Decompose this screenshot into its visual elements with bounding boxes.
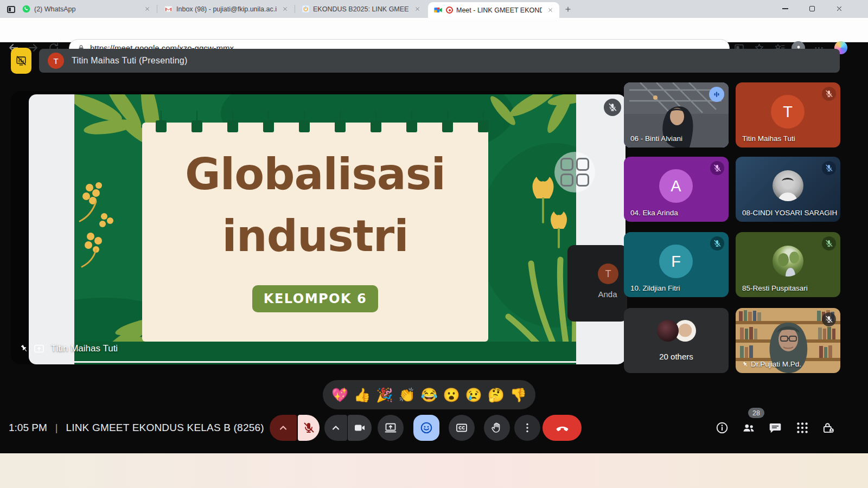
self-view-label: Anda — [588, 290, 627, 299]
host-controls-lock-icon[interactable] — [821, 421, 835, 435]
tab-title: (2) WhatsApp — [34, 5, 139, 13]
reactions-bar: 💖 👍 🎉 👏 😂 😮 😢 🤔 👎 — [323, 380, 535, 409]
window-close-button[interactable] — [831, 2, 847, 15]
browser-tab-strip: (2) WhatsApp Inbox (98) - pujiati@fkip.u… — [0, 0, 868, 18]
activities-grid-icon[interactable] — [795, 421, 809, 435]
participant-name: 06 - Binti Alviani — [630, 134, 682, 143]
presenting-banner: T Titin Maihas Tuti (Presenting) — [39, 49, 840, 73]
new-tab-button[interactable] — [562, 3, 574, 15]
reaction-thumbs-down-button[interactable]: 👎 — [510, 388, 527, 402]
chevron-up-icon — [277, 421, 290, 434]
participant-tile[interactable]: F 10. Zildjian Fitri — [624, 232, 729, 297]
more-vertical-icon — [521, 421, 534, 434]
recording-indicator-icon — [446, 7, 453, 14]
browser-tab-whatsapp[interactable]: (2) WhatsApp — [16, 0, 156, 18]
browser-tab-meet-active[interactable]: Meet - LINK GMEET EKONDU — [428, 2, 559, 18]
self-view-tile[interactable]: T Anda — [567, 245, 627, 322]
presenter-avatar: T — [48, 53, 64, 69]
mic-off-icon — [822, 236, 836, 251]
participant-photo-avatar — [773, 246, 803, 277]
vclass-icon — [302, 5, 310, 13]
participant-tile[interactable]: T Titin Maihas Tuti — [736, 82, 840, 147]
desktop-screen: (2) WhatsApp Inbox (98) - pujiati@fkip.u… — [0, 0, 868, 488]
participant-count-badge: 28 — [748, 408, 764, 418]
tab-separator — [295, 5, 295, 13]
people-panel-icon[interactable] — [742, 421, 756, 435]
raise-hand-button[interactable] — [484, 415, 510, 441]
stop-presentation-button[interactable] — [11, 48, 31, 74]
reaction-clap-button[interactable]: 👏 — [398, 388, 415, 402]
window-minimize-button[interactable] — [777, 2, 793, 15]
mic-off-icon — [822, 87, 836, 101]
presentation-stage-tile[interactable]: Globalisasi industri KELOMPOK 6 Titin Ma… — [11, 91, 627, 364]
slide-title-line1: Globalisasi — [142, 153, 488, 196]
browser-tab-gmail[interactable]: Inbox (98) - pujiati@fkip.unila.ac.i — [158, 0, 294, 18]
participant-tile[interactable]: Dr.Pujiati M.Pd. — [736, 308, 840, 373]
captions-icon — [455, 421, 468, 434]
presenter-name-label: Titin Maihas Tuti — [51, 343, 118, 354]
tab-close-icon[interactable] — [142, 4, 152, 14]
more-options-button[interactable] — [514, 415, 540, 441]
pin-icon — [20, 344, 29, 354]
tab-close-icon[interactable] — [412, 4, 422, 14]
participant-tile[interactable]: 06 - Binti Alviani — [624, 82, 729, 147]
reactions-button[interactable] — [413, 415, 439, 441]
mic-off-icon — [822, 161, 836, 175]
reaction-cry-button[interactable]: 😢 — [465, 388, 482, 402]
presenter-mic-off-icon — [604, 99, 621, 116]
slide-footer-line — [74, 361, 576, 363]
participant-avatar: F — [659, 245, 693, 278]
participant-name: 85-Resti Puspitasari — [742, 284, 808, 292]
reaction-party-button[interactable]: 🎉 — [376, 388, 393, 402]
chat-panel-icon[interactable] — [768, 421, 782, 435]
reaction-heart-button[interactable]: 💖 — [331, 388, 348, 402]
participant-name: 08-CINDI YOSARI SARAGIH — [742, 209, 837, 217]
pin-icon — [742, 361, 749, 368]
camera-button[interactable] — [348, 415, 372, 441]
leave-call-button[interactable] — [542, 415, 582, 441]
presentation-off-icon — [15, 55, 27, 67]
tab-title: Inbox (98) - pujiati@fkip.unila.ac.i — [176, 5, 277, 13]
participant-tile[interactable]: A 04. Eka Arinda — [624, 157, 729, 222]
participant-tile[interactable]: 08-CINDI YOSARI SARAGIH — [736, 157, 840, 222]
participant-avatar: T — [771, 95, 805, 129]
screen-share-icon — [33, 343, 46, 355]
reaction-thumbs-up-button[interactable]: 👍 — [354, 388, 371, 402]
divider: | — [55, 422, 58, 434]
slide-group-badge: KELOMPOK 6 — [252, 285, 378, 312]
camera-options-button[interactable] — [324, 415, 347, 441]
slide-text-layer: Globalisasi industri KELOMPOK 6 — [142, 123, 488, 342]
stacked-avatars — [624, 320, 729, 342]
present-screen-button[interactable] — [378, 415, 404, 441]
reaction-thinking-button[interactable]: 🤔 — [488, 388, 505, 402]
browser-address-bar: https://meet.google.com/xzo-qqcw-mmx — [0, 18, 868, 42]
mic-off-icon — [302, 421, 315, 434]
mic-mute-button[interactable] — [298, 415, 320, 441]
browser-tab-vclass[interactable]: EKONDUS B2025: LINK GMEET EK — [296, 0, 426, 18]
reaction-surprise-button[interactable]: 😮 — [443, 388, 459, 402]
reaction-laugh-button[interactable]: 😂 — [420, 388, 437, 402]
participant-tile[interactable]: 85-Resti Puspitasari — [736, 232, 840, 297]
meeting-details-icon[interactable] — [715, 421, 729, 435]
meeting-clock: 1:05 PM — [9, 422, 47, 434]
captions-button[interactable] — [449, 415, 475, 441]
tab-title: EKONDUS B2025: LINK GMEET EK — [313, 5, 409, 13]
presenter-name-row: Titin Maihas Tuti — [20, 343, 118, 355]
participant-name: Titin Maihas Tuti — [742, 134, 795, 143]
mic-options-button[interactable] — [270, 415, 297, 441]
audio-speaking-icon — [709, 87, 724, 102]
tab-separator — [157, 5, 157, 13]
presenting-label: Titin Maihas Tuti (Presenting) — [72, 56, 187, 66]
participant-name: 10. Zildjian Fitri — [630, 284, 680, 292]
tab-workspaces-icon[interactable] — [5, 3, 17, 15]
google-meet-icon — [433, 5, 443, 15]
whatsapp-icon — [22, 4, 31, 14]
smiley-icon — [419, 421, 433, 435]
tab-close-icon[interactable] — [280, 4, 290, 14]
chevron-up-icon — [329, 421, 342, 434]
tab-title: Meet - LINK GMEET EKONDU — [456, 7, 542, 14]
window-maximize-button[interactable] — [804, 2, 820, 15]
presentation-slide: Globalisasi industri KELOMPOK 6 — [74, 94, 576, 364]
tab-close-icon[interactable] — [545, 5, 555, 15]
participant-tile-others[interactable]: 20 others — [624, 308, 729, 373]
